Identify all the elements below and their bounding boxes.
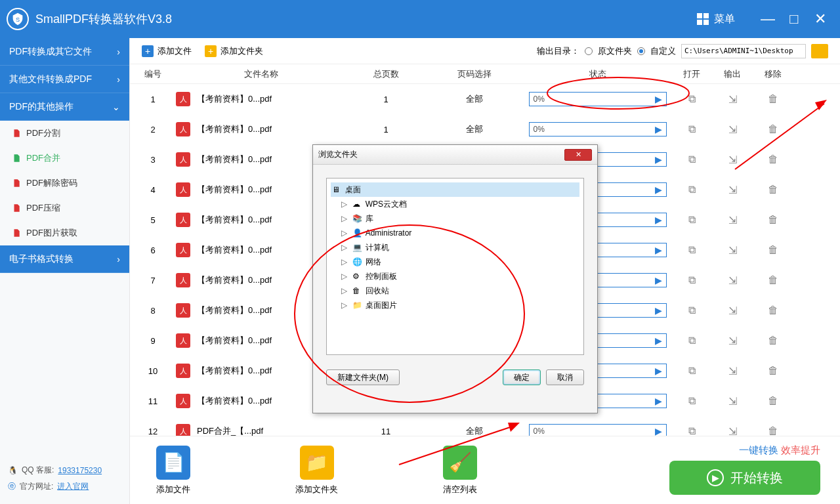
cancel-button[interactable]: 取消 xyxy=(546,369,584,385)
table-row[interactable]: 2人【考前资料】0...pdf1全部0%▶⧉⇲🗑 xyxy=(130,114,840,144)
open-button[interactable]: ⧉ xyxy=(671,123,712,135)
open-button[interactable]: ⧉ xyxy=(671,93,712,105)
remove-button[interactable]: 🗑 xyxy=(753,214,793,226)
nav-item-pdf-merge[interactable]: PDF合并 xyxy=(0,146,129,171)
nav-item-pdf-unlock[interactable]: PDF解除密码 xyxy=(0,171,129,196)
nav-group-pdf-to-other[interactable]: PDF转换成其它文件› xyxy=(0,38,129,66)
output-button[interactable]: ⇲ xyxy=(712,425,753,436)
add-file-big-button[interactable]: 📄 添加文件 xyxy=(156,446,190,495)
expand-icon[interactable]: ▷ xyxy=(339,272,350,281)
page-selection[interactable]: 全部 xyxy=(425,425,524,436)
play-icon[interactable]: ▶ xyxy=(655,124,662,135)
output-button[interactable]: ⇲ xyxy=(712,154,753,166)
remove-button[interactable]: 🗑 xyxy=(753,304,793,316)
expand-icon[interactable]: ▷ xyxy=(339,214,350,223)
tree-item[interactable]: 🖥桌面 xyxy=(331,182,579,197)
add-folder-big-button[interactable]: 📁 添加文件夹 xyxy=(295,446,338,495)
remove-button[interactable]: 🗑 xyxy=(753,244,793,256)
output-button[interactable]: ⇲ xyxy=(712,184,753,196)
remove-button[interactable]: 🗑 xyxy=(753,274,793,286)
output-button[interactable]: ⇲ xyxy=(712,93,753,106)
expand-icon[interactable]: ▷ xyxy=(339,243,350,252)
page-selection[interactable]: 全部 xyxy=(425,93,524,105)
output-button[interactable]: ⇲ xyxy=(712,244,753,257)
play-icon[interactable]: ▶ xyxy=(655,275,662,285)
tree-item[interactable]: ▷📁桌面图片 xyxy=(331,298,579,312)
play-icon[interactable]: ▶ xyxy=(655,154,662,165)
expand-icon[interactable]: ▷ xyxy=(339,257,350,266)
play-icon[interactable]: ▶ xyxy=(655,426,662,436)
nav-group-ebook[interactable]: 电子书格式转换› xyxy=(0,245,129,273)
remove-button[interactable]: 🗑 xyxy=(753,93,793,105)
tree-item[interactable]: ▷🗑回收站 xyxy=(331,284,579,298)
open-button[interactable]: ⧉ xyxy=(671,274,712,286)
play-icon[interactable]: ▶ xyxy=(655,215,662,225)
output-button[interactable]: ⇲ xyxy=(712,365,753,377)
output-button[interactable]: ⇲ xyxy=(712,304,753,317)
output-button[interactable]: ⇲ xyxy=(712,274,753,287)
table-row[interactable]: 1人【考前资料】0...pdf1全部0%▶⧉⇲🗑 xyxy=(130,84,840,114)
open-button[interactable]: ⧉ xyxy=(671,154,712,165)
remove-button[interactable]: 🗑 xyxy=(753,154,793,165)
add-folder-button[interactable]: +添加文件夹 xyxy=(205,45,263,57)
play-icon[interactable]: ▶ xyxy=(655,396,662,406)
output-button[interactable]: ⇲ xyxy=(712,335,753,347)
dialog-title-bar[interactable]: 浏览文件夹 ✕ xyxy=(313,145,597,165)
remove-button[interactable]: 🗑 xyxy=(753,365,793,377)
nav-item-pdf-compress[interactable]: PDF压缩 xyxy=(0,196,129,220)
ok-button[interactable]: 确定 xyxy=(503,369,541,385)
remove-button[interactable]: 🗑 xyxy=(753,184,793,196)
radio-source-folder[interactable] xyxy=(585,47,593,55)
play-icon[interactable]: ▶ xyxy=(655,305,662,316)
remove-button[interactable]: 🗑 xyxy=(753,335,793,346)
minimize-button[interactable]: — xyxy=(755,10,781,28)
qq-link[interactable]: 1933175230 xyxy=(58,466,102,475)
tree-item[interactable]: ▷⚙控制面板 xyxy=(331,269,579,284)
open-button[interactable]: ⧉ xyxy=(671,335,712,346)
output-button[interactable]: ⇲ xyxy=(712,214,753,226)
tree-item[interactable]: ▷👤Administrator xyxy=(331,226,579,240)
table-row[interactable]: 12人PDF合并_【...pdf11全部0%▶⧉⇲🗑 xyxy=(130,416,840,436)
play-icon[interactable]: ▶ xyxy=(655,335,662,346)
nav-group-other-to-pdf[interactable]: 其他文件转换成PDF› xyxy=(0,66,129,93)
open-button[interactable]: ⧉ xyxy=(671,214,712,226)
nav-group-pdf-ops[interactable]: PDF的其他操作⌄ xyxy=(0,93,129,121)
expand-icon[interactable]: ▷ xyxy=(339,301,350,310)
site-link[interactable]: 进入官网 xyxy=(57,481,89,492)
menu-button[interactable]: 菜单 xyxy=(697,12,735,26)
maximize-button[interactable]: □ xyxy=(781,10,807,28)
folder-tree[interactable]: 🖥桌面 ▷☁WPS云文档 ▷📚库 ▷👤Administrator ▷💻计算机 ▷… xyxy=(326,178,584,355)
open-button[interactable]: ⧉ xyxy=(671,304,712,316)
browse-folder-button[interactable] xyxy=(811,44,828,58)
play-icon[interactable]: ▶ xyxy=(655,366,662,376)
open-button[interactable]: ⧉ xyxy=(671,244,712,256)
start-convert-button[interactable]: ▶ 开始转换 xyxy=(669,461,820,495)
expand-icon[interactable]: ▷ xyxy=(339,228,350,238)
remove-button[interactable]: 🗑 xyxy=(753,123,793,135)
expand-icon[interactable]: ▷ xyxy=(339,200,350,209)
play-icon[interactable]: ▶ xyxy=(655,245,662,255)
tree-item[interactable]: ▷💻计算机 xyxy=(331,240,579,255)
clear-list-button[interactable]: 🧹 清空列表 xyxy=(443,446,477,495)
nav-item-pdf-extract-images[interactable]: PDF图片获取 xyxy=(0,220,129,245)
tree-item[interactable]: ▷📚库 xyxy=(331,211,579,226)
play-icon[interactable]: ▶ xyxy=(655,184,662,195)
radio-custom-folder[interactable] xyxy=(637,47,645,55)
expand-icon[interactable]: ▷ xyxy=(339,286,350,295)
open-button[interactable]: ⧉ xyxy=(671,184,712,196)
output-button[interactable]: ⇲ xyxy=(712,395,753,408)
remove-button[interactable]: 🗑 xyxy=(753,425,793,436)
output-button[interactable]: ⇲ xyxy=(712,123,753,136)
add-file-button[interactable]: +添加文件 xyxy=(142,45,192,57)
tree-item[interactable]: ▷🌐网络 xyxy=(331,255,579,269)
output-path-input[interactable] xyxy=(681,44,806,58)
page-selection[interactable]: 全部 xyxy=(425,123,524,135)
dialog-close-button[interactable]: ✕ xyxy=(564,149,592,161)
open-button[interactable]: ⧉ xyxy=(671,425,712,436)
tree-item[interactable]: ▷☁WPS云文档 xyxy=(331,197,579,211)
open-button[interactable]: ⧉ xyxy=(671,365,712,377)
open-button[interactable]: ⧉ xyxy=(671,395,712,407)
nav-item-pdf-split[interactable]: PDF分割 xyxy=(0,121,129,146)
new-folder-button[interactable]: 新建文件夹(M) xyxy=(326,369,400,385)
play-icon[interactable]: ▶ xyxy=(655,94,662,104)
